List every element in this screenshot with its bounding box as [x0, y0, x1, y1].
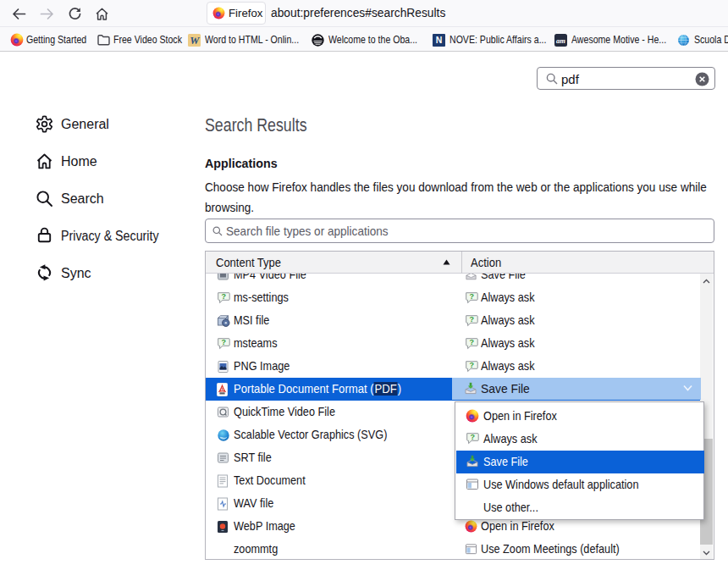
svg-text:?: ?	[470, 291, 475, 300]
svg-text:?: ?	[470, 337, 475, 346]
svg-text:am: am	[556, 36, 565, 45]
svg-text:?: ?	[222, 291, 227, 300]
svg-text:?: ?	[222, 337, 227, 346]
svg-text:?: ?	[470, 314, 475, 323]
svg-text:N: N	[436, 35, 443, 45]
svg-text:W: W	[190, 35, 200, 47]
svg-text:?: ?	[471, 433, 476, 441]
svg-text:?: ?	[470, 360, 475, 368]
